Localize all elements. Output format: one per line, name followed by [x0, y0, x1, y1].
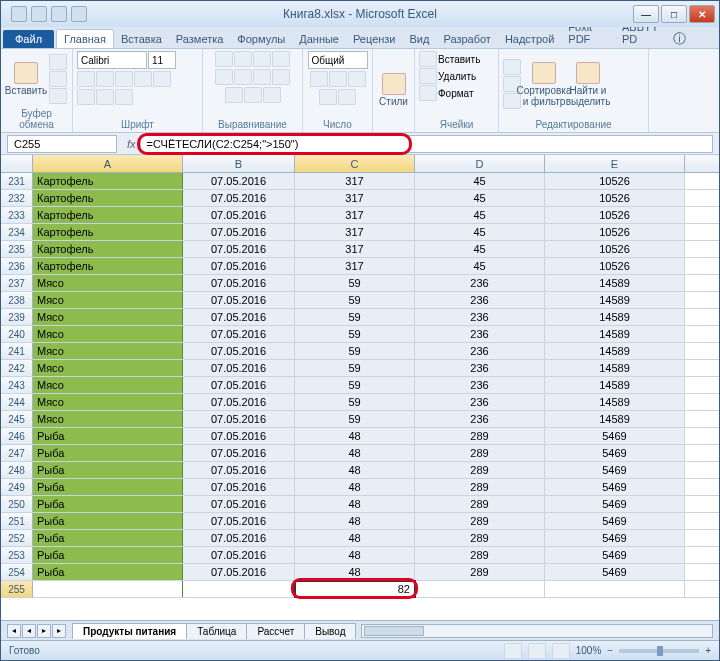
col-header-a[interactable]: A: [33, 155, 183, 172]
cell[interactable]: 236: [415, 326, 545, 342]
cell[interactable]: 07.05.2016: [183, 224, 295, 240]
cell[interactable]: 45: [415, 173, 545, 189]
cell[interactable]: Картофель: [33, 190, 183, 206]
cell[interactable]: Рыба: [33, 547, 183, 563]
cell[interactable]: 236: [415, 275, 545, 291]
cell[interactable]: 07.05.2016: [183, 445, 295, 461]
find-select-button[interactable]: Найти и выделить: [567, 60, 609, 109]
border-icon[interactable]: [77, 89, 95, 105]
quick-access-toolbar[interactable]: [11, 6, 87, 22]
cell[interactable]: 5469: [545, 513, 685, 529]
cell[interactable]: [33, 581, 183, 597]
cell[interactable]: 48: [295, 513, 415, 529]
cell[interactable]: 07.05.2016: [183, 411, 295, 427]
zoom-level[interactable]: 100%: [576, 645, 602, 656]
cell[interactable]: 14589: [545, 326, 685, 342]
align-top-icon[interactable]: [215, 51, 233, 67]
tab-layout[interactable]: Разметка: [169, 30, 231, 48]
view-normal-icon[interactable]: [504, 643, 522, 659]
indent-increase-icon[interactable]: [244, 87, 262, 103]
row-header[interactable]: 243: [1, 377, 33, 393]
cell[interactable]: 14589: [545, 377, 685, 393]
fx-label[interactable]: fx: [127, 138, 136, 150]
cell[interactable]: Мясо: [33, 411, 183, 427]
cell[interactable]: 10526: [545, 241, 685, 257]
italic-icon[interactable]: [96, 71, 114, 87]
orientation-icon[interactable]: [272, 51, 290, 67]
cell[interactable]: 14589: [545, 275, 685, 291]
styles-button[interactable]: Стили: [377, 71, 410, 109]
save-icon[interactable]: [31, 6, 47, 22]
cell[interactable]: 289: [415, 445, 545, 461]
cell[interactable]: 289: [415, 462, 545, 478]
row-header[interactable]: 240: [1, 326, 33, 342]
row-header[interactable]: 234: [1, 224, 33, 240]
font-name-select[interactable]: Calibri: [77, 51, 147, 69]
cell[interactable]: Рыба: [33, 496, 183, 512]
cell[interactable]: 5469: [545, 547, 685, 563]
row-header[interactable]: 252: [1, 530, 33, 546]
cell[interactable]: 10526: [545, 207, 685, 223]
decrease-decimal-icon[interactable]: [338, 89, 356, 105]
cell[interactable]: 317: [295, 190, 415, 206]
col-header-c[interactable]: C: [295, 155, 415, 172]
zoom-in-button[interactable]: +: [705, 645, 711, 656]
cell[interactable]: 48: [295, 462, 415, 478]
cell[interactable]: Рыба: [33, 462, 183, 478]
cell[interactable]: Рыба: [33, 445, 183, 461]
copy-icon[interactable]: [49, 71, 67, 87]
cell[interactable]: 289: [415, 547, 545, 563]
cell[interactable]: 317: [295, 241, 415, 257]
cell[interactable]: 5469: [545, 428, 685, 444]
insert-cells-button[interactable]: Вставить: [419, 51, 494, 67]
cell[interactable]: 07.05.2016: [183, 173, 295, 189]
cell[interactable]: Мясо: [33, 275, 183, 291]
cell[interactable]: 236: [415, 343, 545, 359]
cell[interactable]: [183, 581, 295, 597]
row-header[interactable]: 254: [1, 564, 33, 580]
cell[interactable]: 45: [415, 224, 545, 240]
cell[interactable]: 5469: [545, 479, 685, 495]
cell[interactable]: 07.05.2016: [183, 479, 295, 495]
cell[interactable]: 14589: [545, 343, 685, 359]
cell[interactable]: 48: [295, 564, 415, 580]
tab-view[interactable]: Вид: [403, 30, 437, 48]
zoom-thumb[interactable]: [657, 646, 663, 656]
cell[interactable]: 59: [295, 411, 415, 427]
row-header[interactable]: 250: [1, 496, 33, 512]
row-header[interactable]: 245: [1, 411, 33, 427]
sheet-tab-calc[interactable]: Рассчет: [246, 623, 305, 639]
row-header[interactable]: 248: [1, 462, 33, 478]
row-header[interactable]: 236: [1, 258, 33, 274]
row-header[interactable]: 242: [1, 360, 33, 376]
sheet-tab-products[interactable]: Продукты питания: [72, 623, 187, 639]
cell[interactable]: 07.05.2016: [183, 309, 295, 325]
zoom-out-button[interactable]: −: [607, 645, 613, 656]
format-cells-button[interactable]: Формат: [419, 85, 494, 101]
cell[interactable]: 07.05.2016: [183, 513, 295, 529]
comma-icon[interactable]: [348, 71, 366, 87]
number-format-select[interactable]: Общий: [308, 51, 368, 69]
cell[interactable]: 07.05.2016: [183, 394, 295, 410]
cell[interactable]: 07.05.2016: [183, 207, 295, 223]
col-header-e[interactable]: E: [545, 155, 685, 172]
cell[interactable]: 59: [295, 275, 415, 291]
cell[interactable]: 48: [295, 530, 415, 546]
row-header[interactable]: 253: [1, 547, 33, 563]
cell[interactable]: 236: [415, 360, 545, 376]
cell[interactable]: 289: [415, 513, 545, 529]
cell[interactable]: 48: [295, 479, 415, 495]
cell[interactable]: Мясо: [33, 326, 183, 342]
cell[interactable]: 07.05.2016: [183, 547, 295, 563]
close-button[interactable]: ✕: [689, 5, 715, 23]
underline-icon[interactable]: [115, 71, 133, 87]
cell[interactable]: 59: [295, 309, 415, 325]
cell[interactable]: 5469: [545, 462, 685, 478]
row-header[interactable]: 246: [1, 428, 33, 444]
cell[interactable]: 14589: [545, 292, 685, 308]
cell[interactable]: 59: [295, 326, 415, 342]
tab-addins[interactable]: Надстрой: [498, 30, 561, 48]
cell[interactable]: 45: [415, 207, 545, 223]
cell[interactable]: Картофель: [33, 258, 183, 274]
cell[interactable]: 48: [295, 547, 415, 563]
